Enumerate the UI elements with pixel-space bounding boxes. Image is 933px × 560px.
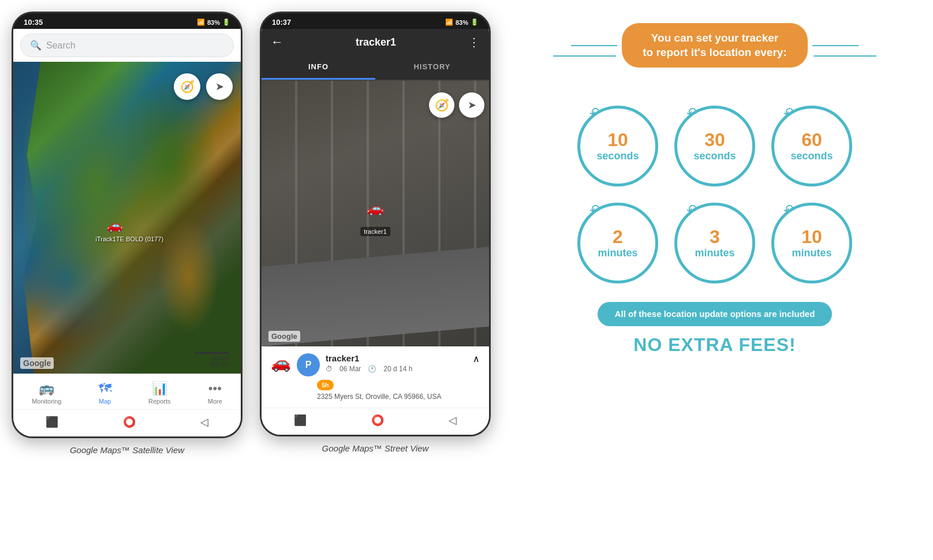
header-line-wrap: You can set your trackerto report it's l… [553,23,876,88]
search-bar[interactable]: 🔍 Search [20,33,234,57]
infographic-panel: You can set your trackerto report it's l… [508,12,921,367]
time-unit-60s: seconds [790,150,833,162]
compass-button[interactable]: 🧭 [174,73,200,100]
phone1-status-icons: 📶 83% 🔋 [197,18,230,26]
nav-more-label: More [208,398,222,405]
time-option-2m: ↶ 2 minutes [577,203,658,283]
monitoring-icon: 🚌 [39,381,54,396]
system-recent2[interactable]: ◁ [449,414,457,427]
nav-monitoring[interactable]: 🚌 Monitoring [26,379,67,407]
back-button[interactable]: ← [271,35,283,50]
system-home2[interactable]: ⭕ [371,414,384,427]
phone1-time: 10:35 [24,18,43,27]
time-option-30s: ↶ 30 seconds [674,106,755,186]
location-button[interactable]: ➤ [206,73,233,100]
collapse-arrow[interactable]: ∧ [473,353,480,364]
phone2-header: ← tracker1 ⋮ [262,29,489,55]
compass-button2[interactable]: 🧭 [429,92,454,118]
map-land-area [25,73,229,362]
scale-line [195,352,229,354]
arrow-10s: ↶ [587,104,602,122]
nav-monitoring-label: Monitoring [32,398,61,405]
system-back2[interactable]: ⬛ [294,414,307,427]
tracker-title: tracker1 [356,36,396,48]
tab-history[interactable]: HISTORY [375,55,489,80]
tracker-date: 06 Mar [339,365,361,373]
time-number-60s: 60 [801,130,822,149]
time-unit-10m: minutes [792,247,831,259]
nav-map-label: Map [99,398,111,405]
header-line-left [553,55,616,57]
time-number-10m: 10 [801,227,822,246]
time-number-30s: 30 [704,130,725,149]
info-banner-text: All of these location update options are… [615,309,815,319]
nav-reports-label: Reports [148,398,171,405]
scale-200mi: 200 mi [212,355,229,361]
wifi-icon2: 📶 [445,18,453,26]
tab-info[interactable]: INFO [262,55,375,80]
info-header-box: You can set your trackerto report it's l… [622,23,807,68]
tracker-address: 2325 Myers St, Oroville, CA 95966, USA [317,393,480,401]
phone2-time: 10:37 [272,18,291,27]
time-options-grid: ↶ 10 seconds ↶ 30 seconds ↶ 60 seconds ↶… [576,106,853,283]
phone1-screen: 🔍 Search 🧭 ➤ 🚗 iTrack1TE BOLD (0177) [13,29,241,436]
info-banner: All of these location update options are… [598,302,833,326]
menu-button[interactable]: ⋮ [468,35,480,49]
battery-bar: 🔋 [222,18,230,26]
phone2-status-icons: 📶 83% 🔋 [445,18,479,26]
arrow-30s: ↶ [684,104,699,122]
tracker-avatar: P [297,353,320,376]
nav-map[interactable]: 🗺 Map [93,379,117,407]
page-layout: 10:35 📶 83% 🔋 🔍 Search [12,12,921,455]
tab-history-label: HISTORY [413,62,450,71]
arrow-2m: ↶ [587,201,602,219]
arrow-10m: ↶ [781,201,796,219]
time-unit-3m: minutes [695,247,734,259]
street-map[interactable]: 🚗 tracker1 🧭 ➤ Google [262,81,489,346]
phone1-mockup: 10:35 📶 83% 🔋 🔍 Search [12,12,242,438]
time-unit-10s: seconds [596,150,639,162]
tracker-car-icon: 🚗 [271,353,291,372]
tracker-info-row: 🚗 P tracker1 ⏱ 06 Mar 🕐 20 d 14 h [271,353,480,376]
tracker-car-pin: 🚗 [367,200,384,216]
tracker-meta: ⏱ 06 Mar 🕐 20 d 14 h [326,365,412,373]
phone2-status-bar: 10:37 📶 83% 🔋 [262,13,489,29]
compass-icon: 🧭 [180,80,195,94]
phone1-caption: Google Maps™ Satellite View [70,445,184,455]
time-option-60s: ↶ 60 seconds [771,106,852,186]
time-number-10s: 10 [607,130,628,149]
nav-reports[interactable]: 📊 Reports [143,379,177,407]
phone1-search-area: 🔍 Search [13,29,241,62]
search-placeholder: Search [46,40,76,51]
location-button2[interactable]: ➤ [459,92,484,118]
reports-icon: 📊 [152,381,167,396]
header-line-right [813,55,876,57]
battery-icon: 83% [207,19,220,26]
nav-more[interactable]: ••• More [202,379,228,407]
phone1-system-nav: ⬛ ⭕ ◁ [13,409,241,436]
more-icon: ••• [208,381,222,396]
google-logo: Google [20,357,54,369]
battery-icon2: 83% [456,19,468,26]
time-option-10m: ↶ 10 minutes [771,203,852,283]
compass-icon2: 🧭 [435,98,449,112]
phone2-caption: Google Maps™ Street View [322,443,429,453]
search-icon: 🔍 [30,40,42,51]
phone1-status-bar: 10:35 📶 83% 🔋 [13,13,241,29]
system-recent[interactable]: ◁ [200,416,208,428]
scale-600km: 600 km [210,361,229,368]
phone2-tabs: INFO HISTORY [262,55,489,81]
phone1-bottom-nav: 🚌 Monitoring 🗺 Map 📊 Reports ••• More [13,374,241,409]
tracker-name: tracker1 [326,353,412,363]
map-icon: 🗺 [99,381,111,396]
phone2-system-nav: ⬛ ⭕ ◁ [262,408,489,435]
tracker-label: iTrack1TE BOLD (0177) [95,236,163,242]
time-option-3m: ↶ 3 minutes [674,203,755,283]
system-home[interactable]: ⭕ [123,416,136,428]
satellite-map[interactable]: 🧭 ➤ 🚗 iTrack1TE BOLD (0177) Google 200 m… [13,62,241,374]
no-fees-text: NO EXTRA FEES! [633,334,796,356]
tracker-details: tracker1 ⏱ 06 Mar 🕐 20 d 14 h [326,353,412,373]
arrow-3m: ↶ [684,201,699,219]
system-back[interactable]: ⬛ [46,416,58,428]
scale-bar: 200 mi 600 km [195,352,229,368]
